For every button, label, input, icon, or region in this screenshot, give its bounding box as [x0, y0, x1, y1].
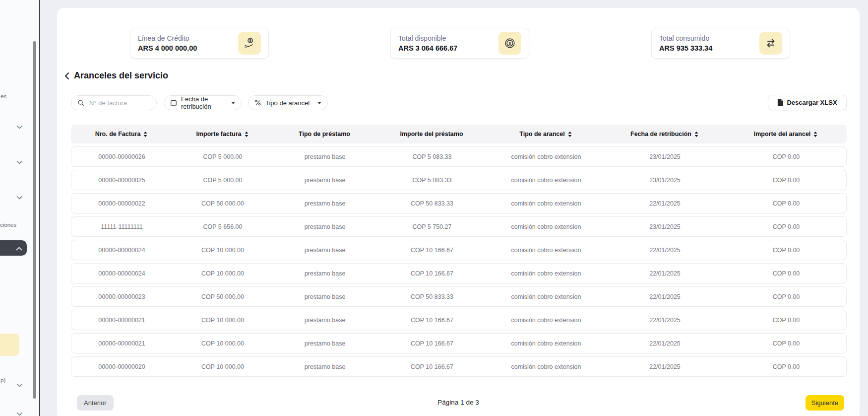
sidebar-item-label[interactable]: p) — [0, 377, 5, 383]
table-cell: COP 50 833.33 — [376, 200, 488, 207]
table-cell: COP 5 656.00 — [172, 223, 273, 230]
card-value: ARS 935 333.34 — [659, 44, 712, 52]
chevron-down-icon[interactable] — [16, 409, 23, 413]
column-label: Importe del préstamo — [400, 131, 463, 138]
table-cell: COP 10 000.00 — [172, 247, 273, 254]
column-header-3: Tipo de préstamo — [273, 131, 376, 138]
table-row: 00000-00000020COP 10 000.00prestamo base… — [71, 356, 847, 377]
download-xlsx-button[interactable]: Descargar XLSX — [768, 95, 847, 110]
back-button[interactable] — [64, 72, 69, 80]
table-cell: 00000-00000024 — [71, 270, 172, 277]
table-row: 00000-00000023COP 50 000.00prestamo base… — [71, 286, 847, 307]
sort-icon[interactable] — [813, 132, 817, 137]
table-cell: 22/01/2025 — [605, 363, 725, 370]
table-cell: comisión cobro extension — [488, 177, 605, 184]
table-cell: comisión cobro extension — [488, 247, 605, 254]
table-cell: COP 10 000.00 — [172, 270, 273, 277]
column-header-1[interactable]: Nro. de Factura — [71, 131, 172, 138]
download-xlsx-label: Descargar XLSX — [787, 99, 837, 106]
card-value: ARS 3 064 666.67 — [398, 44, 457, 52]
chevron-down-icon[interactable] — [16, 157, 23, 161]
file-icon — [777, 99, 783, 106]
sort-icon[interactable] — [694, 132, 698, 137]
table-cell: COP 0.00 — [725, 293, 847, 300]
chevron-down-icon[interactable] — [16, 193, 23, 197]
transfer-arrows-icon — [759, 32, 782, 55]
column-label: Fecha de retribución — [630, 131, 691, 138]
sort-icon[interactable] — [245, 132, 248, 137]
invoice-search-field[interactable] — [71, 95, 157, 110]
date-filter-label: Fecha de retribución — [181, 95, 227, 110]
card-title: Total consumido — [659, 34, 712, 43]
table-cell: COP 5 083.33 — [376, 153, 488, 160]
table-cell: COP 5 000.00 — [172, 177, 273, 184]
coin-icon: $ — [498, 32, 521, 55]
table-row: 00000-00000022COP 50 000.00prestamo base… — [71, 193, 847, 213]
table-row: 00000-00000024COP 10 000.00prestamo base… — [71, 263, 847, 283]
sidebar-scrollbar-thumb[interactable] — [33, 41, 36, 399]
table-cell: 23/01/2025 — [605, 177, 725, 184]
sidebar-item-label[interactable]: ciones — [0, 222, 16, 228]
table-cell: COP 0.00 — [725, 200, 847, 207]
sort-icon[interactable] — [143, 132, 147, 137]
table-cell: 00000-00000022 — [71, 200, 172, 207]
card-title: Línea de Crédito — [138, 34, 197, 43]
table-cell: 00000-00000021 — [71, 340, 172, 347]
table-cell: comisión cobro extension — [488, 153, 605, 160]
sidebar-item-active[interactable] — [0, 240, 27, 256]
column-header-2[interactable]: Importe factura — [172, 131, 273, 138]
table-cell: COP 0.00 — [725, 317, 847, 324]
table-cell: COP 10 166.67 — [376, 317, 488, 324]
table-cell: prestamo base — [273, 340, 376, 347]
page-heading: Aranceles del servicio — [64, 70, 168, 81]
sidebar-item-label[interactable]: es — [0, 93, 6, 99]
column-label: Importe del arancel — [754, 131, 811, 138]
chevron-down-icon — [231, 102, 235, 104]
type-filter-label: Tipo de arancel — [265, 99, 310, 107]
table-cell: prestamo base — [273, 363, 376, 370]
table-cell: prestamo base — [273, 153, 376, 160]
next-page-button[interactable]: Siguiente — [806, 395, 844, 411]
column-header-6[interactable]: Fecha de retribución — [604, 131, 725, 138]
column-label: Tipo de arancel — [519, 131, 564, 138]
table-cell: comisión cobro extension — [488, 293, 605, 300]
type-filter-dropdown[interactable]: Tipo de arancel — [248, 95, 328, 110]
search-icon — [77, 99, 84, 106]
table-cell: COP 10 166.67 — [376, 247, 488, 254]
table-cell: 00000-00000026 — [71, 153, 172, 160]
chevron-down-icon[interactable] — [16, 122, 23, 126]
table-cell: 23/01/2025 — [605, 223, 725, 230]
sort-icon[interactable] — [568, 132, 572, 137]
table-cell: COP 10 000.00 — [172, 317, 273, 324]
table-cell: COP 0.00 — [725, 177, 847, 184]
page-title: Aranceles del servicio — [74, 70, 168, 81]
percent-icon — [254, 99, 261, 106]
table-cell: COP 50 000.00 — [172, 293, 273, 300]
search-input[interactable] — [88, 99, 150, 107]
previous-page-button[interactable]: Anterior — [77, 395, 114, 411]
table-cell: COP 0.00 — [725, 223, 847, 230]
table-cell: COP 10 000.00 — [172, 363, 273, 370]
column-label: Tipo de préstamo — [299, 131, 350, 138]
table-cell: 00000-00000020 — [71, 363, 172, 370]
table-cell: 22/01/2025 — [605, 317, 725, 324]
date-filter-dropdown[interactable]: Fecha de retribución — [164, 95, 242, 110]
calendar-icon — [170, 99, 177, 106]
table-cell: prestamo base — [273, 270, 376, 277]
total-available-card: Total disponible ARS 3 064 666.67 $ — [390, 28, 529, 59]
total-consumed-card: Total consumido ARS 935 333.34 — [651, 28, 790, 59]
table-cell: 00000-00000025 — [71, 177, 172, 184]
svg-text:$: $ — [509, 41, 511, 46]
column-header-7[interactable]: Importe del arancel — [725, 131, 847, 138]
column-header-5[interactable]: Tipo de arancel — [487, 131, 604, 138]
sidebar-item-highlighted[interactable] — [0, 334, 19, 356]
table-cell: COP 10 166.67 — [376, 340, 488, 347]
table-cell: COP 0.00 — [725, 270, 847, 277]
column-label: Nro. de Factura — [95, 131, 141, 138]
chevron-down-icon[interactable] — [16, 380, 23, 384]
table-cell: COP 10 166.67 — [376, 363, 488, 370]
table-cell: COP 10 000.00 — [172, 340, 273, 347]
sidebar: es ciones p) — [0, 0, 40, 416]
table-cell: prestamo base — [273, 223, 376, 230]
column-label: Importe factura — [196, 131, 242, 138]
